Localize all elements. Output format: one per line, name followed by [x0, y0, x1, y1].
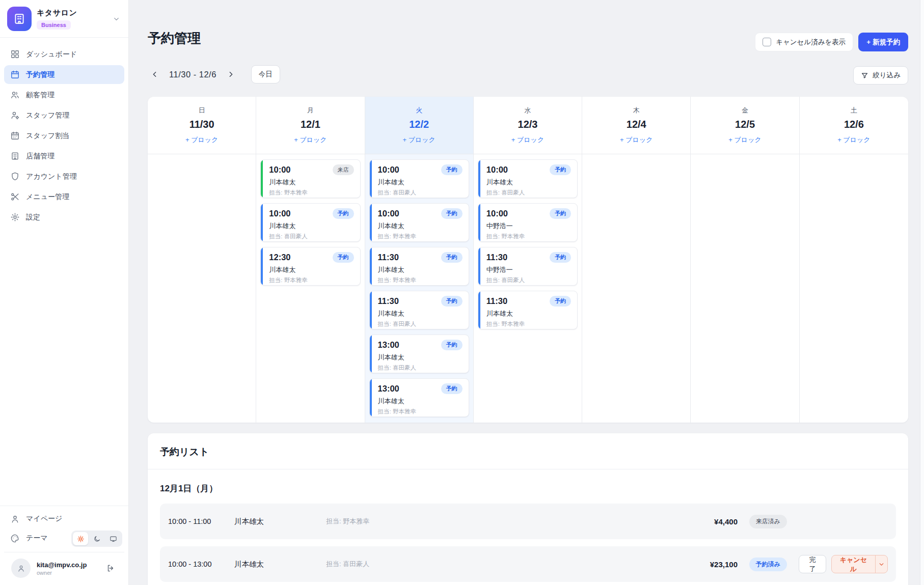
sidebar-item-settings[interactable]: 設定 — [4, 208, 124, 227]
status-badge: 来店済み — [749, 515, 787, 528]
today-button[interactable]: 今日 — [251, 65, 280, 83]
staff-label: 担当: 野本雅幸 — [378, 276, 463, 284]
customer-name: 川本雄太 — [378, 309, 463, 318]
add-block-button[interactable]: + ブロック — [402, 135, 435, 145]
add-block-button[interactable]: + ブロック — [185, 135, 218, 145]
brand-switcher[interactable]: キタサロン Business — [0, 0, 128, 38]
customer-name: 川本雄太 — [378, 397, 463, 406]
theme-dark-button[interactable] — [89, 532, 104, 545]
customer-name: 川本雄太 — [269, 221, 354, 231]
appointment-card[interactable]: 13:00予約川本雄太担当: 喜田豪人 — [369, 335, 469, 373]
sidebar-item-dashboard[interactable]: ダッシュボード — [4, 45, 124, 64]
sidebar-item-reservations[interactable]: 予約管理 — [4, 65, 124, 84]
status-accent-bar — [261, 160, 263, 198]
sidebar-item-menu[interactable]: メニュー管理 — [4, 187, 124, 206]
customer-name: 川本雄太 — [269, 178, 354, 187]
sidebar-item-store[interactable]: 店舗管理 — [4, 147, 124, 165]
add-block-button[interactable]: + ブロック — [294, 135, 327, 145]
staff-label: 担当: 喜田豪人 — [378, 320, 463, 328]
show-cancelled-control[interactable]: キャンセル済みを表示 — [755, 33, 853, 51]
appointment-card[interactable]: 10:00来店川本雄太担当: 野本雅幸 — [260, 159, 360, 198]
complete-button[interactable]: 完了 — [799, 555, 826, 573]
staff-label: 担当: 野本雅幸 — [269, 189, 354, 197]
calendar-week-view: 日11/30+ ブロック月12/1+ ブロック火12/2+ ブロック水12/3+… — [148, 97, 908, 423]
price-label: ¥23,100 — [682, 560, 738, 569]
sidebar-item-label: 顧客管理 — [26, 91, 55, 100]
filter-label: 絞り込み — [873, 71, 901, 80]
appointment-card[interactable]: 12:30予約川本雄太担当: 野本雅幸 — [260, 247, 360, 286]
new-reservation-button[interactable]: + 新規予約 — [858, 33, 908, 51]
sidebar-item-label: アカウント管理 — [26, 172, 77, 181]
appointment-card[interactable]: 11:30予約川本雄太担当: 野本雅幸 — [478, 291, 578, 329]
sidebar-item-staff-assign[interactable]: スタッフ割当 — [4, 126, 124, 145]
sidebar-item-mypage[interactable]: マイページ — [4, 509, 124, 528]
calendar-day-column: 10:00来店川本雄太担当: 野本雅幸10:00予約川本雄太担当: 喜田豪人12… — [256, 154, 365, 423]
appointment-card[interactable]: 11:30予約川本雄太担当: 喜田豪人 — [369, 291, 469, 329]
staff-label: 担当: 野本雅幸 — [486, 320, 571, 328]
theme-system-button[interactable] — [105, 532, 121, 545]
appointment-card-top: 11:30予約 — [378, 252, 463, 263]
scissors-icon — [10, 192, 20, 202]
appointment-card[interactable]: 11:30予約川本雄太担当: 野本雅幸 — [369, 247, 469, 286]
calendar-day-header: 木12/4+ ブロック — [582, 97, 691, 154]
appointment-card[interactable]: 10:00予約中野浩一担当: 野本雅幸 — [478, 203, 578, 242]
customer-name: 川本雄太 — [269, 265, 354, 274]
add-block-button[interactable]: + ブロック — [511, 135, 544, 145]
customer-name: 川本雄太 — [486, 309, 571, 318]
sidebar-item-staff[interactable]: スタッフ管理 — [4, 106, 124, 125]
show-cancelled-label: キャンセル済みを表示 — [776, 38, 846, 47]
filter-button[interactable]: 絞り込み — [853, 66, 908, 85]
appointment-card[interactable]: 10:00予約川本雄太担当: 喜田豪人 — [260, 203, 360, 242]
next-week-button[interactable] — [224, 67, 238, 81]
appointment-card[interactable]: 10:00予約川本雄太担当: 野本雅幸 — [369, 203, 469, 242]
user-email: kita@impv.co.jp — [37, 561, 98, 569]
store-icon — [10, 151, 20, 161]
page-scrollbar[interactable] — [920, 0, 924, 585]
calendar-day-header: 火12/2+ ブロック — [365, 97, 474, 154]
sidebar-item-account[interactable]: アカウント管理 — [4, 167, 124, 186]
status-badge: 予約 — [441, 383, 463, 394]
customer-name: 川本雄太 — [234, 517, 326, 526]
status-badge: 予約 — [441, 164, 463, 175]
reservation-row: 10:00 - 13:00川本雄太担当: 喜田豪人¥23,100予約済み完了キャ… — [160, 546, 896, 582]
status-accent-bar — [261, 204, 263, 241]
status-accent-bar — [478, 204, 480, 241]
cancel-dropdown-button[interactable] — [875, 555, 887, 573]
status-accent-bar — [370, 335, 372, 373]
add-block-button[interactable]: + ブロック — [620, 135, 653, 145]
theme-light-button[interactable] — [73, 532, 88, 545]
staff-label: 担当: 喜田豪人 — [486, 276, 571, 284]
calendar-body: 10:00来店川本雄太担当: 野本雅幸10:00予約川本雄太担当: 喜田豪人12… — [148, 154, 908, 423]
chevron-down-icon[interactable] — [113, 15, 120, 23]
appointment-card[interactable]: 13:00予約川本雄太担当: 野本雅幸 — [369, 378, 469, 417]
sidebar-item-label: 店舗管理 — [26, 152, 55, 161]
calendar-icon — [10, 70, 20, 79]
appointment-card[interactable]: 10:00予約川本雄太担当: 喜田豪人 — [478, 159, 578, 198]
staff-label: 担当: 喜田豪人 — [378, 364, 463, 372]
day-of-week-label: 月 — [307, 106, 314, 115]
logout-button[interactable] — [104, 562, 117, 575]
week-range-label: 11/30 - 12/6 — [169, 70, 216, 79]
calendar-day-column — [800, 154, 908, 423]
appointment-card[interactable]: 10:00予約川本雄太担当: 喜田豪人 — [369, 159, 469, 198]
plan-badge: Business — [37, 20, 71, 30]
sidebar-item-customers[interactable]: 顧客管理 — [4, 86, 124, 104]
customer-name: 川本雄太 — [378, 178, 463, 187]
staff-label: 担当: 野本雅幸 — [378, 233, 463, 240]
prev-week-button[interactable] — [148, 67, 162, 81]
status-badge: 来店 — [333, 164, 354, 175]
appointment-card[interactable]: 11:30予約中野浩一担当: 喜田豪人 — [478, 247, 578, 286]
show-cancelled-checkbox[interactable] — [763, 38, 771, 46]
dashboard-grid-icon — [10, 49, 20, 59]
status-badge: 予約 — [550, 252, 571, 263]
status-badge: 予約 — [441, 208, 463, 219]
appointment-time: 10:00 — [269, 209, 290, 218]
cancel-button[interactable]: キャンセル — [832, 555, 875, 573]
add-block-button[interactable]: + ブロック — [837, 135, 870, 145]
status-badge: 予約済み — [749, 558, 787, 571]
appointment-time: 10:00 — [378, 209, 399, 218]
reservation-list-panel: 予約リスト 12月1日（月） 10:00 - 11:00川本雄太担当: 野本雅幸… — [148, 433, 908, 585]
add-block-button[interactable]: + ブロック — [728, 135, 761, 145]
sidebar-item-label: マイページ — [26, 514, 62, 523]
moon-icon — [93, 535, 101, 543]
